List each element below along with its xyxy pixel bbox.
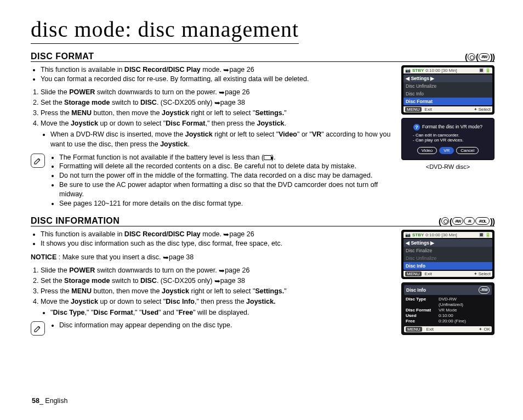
section-2-steps: Slide the POWER switch downwards to turn… xyxy=(31,265,395,318)
cam-screen-settings-info: 📷STBY0:10:00 [30 Min]🔳 🔋 ◀ Settings ▶ Di… xyxy=(401,230,494,279)
disc-rw-icon: -RW xyxy=(452,217,463,225)
section-1-icons: ((-RW)) xyxy=(465,52,494,61)
section-2-icons: ((-RW -R -R DL)) xyxy=(439,217,494,226)
section-2-title: DISC INFORMATION xyxy=(31,216,120,226)
disc-r-icon: -R xyxy=(464,217,475,225)
dialog-btn-cancel[interactable]: Cancel xyxy=(456,147,479,154)
cam-dialog-format-vr: ?Format the disc in VR mode? - Can edit … xyxy=(401,118,494,160)
disc-generic-icon xyxy=(468,53,475,61)
disc-generic-icon xyxy=(441,217,449,225)
battery-icon xyxy=(264,155,271,160)
pageref-arrow-icon: ➥ xyxy=(223,66,229,75)
section-1-header: DISC FORMAT ((-RW)) xyxy=(31,52,494,62)
cam-screen-disc-info: Disc Info-RW Disc TypeDVD-RW (Unfinalize… xyxy=(401,282,494,335)
dialog-btn-video[interactable]: Video xyxy=(417,147,437,154)
section-1-steps: Slide the POWER switch downwards to turn… xyxy=(31,87,395,150)
section-1-title: DISC FORMAT xyxy=(31,52,94,61)
section-1-notes: The Format function is not available if … xyxy=(31,153,395,208)
question-icon: ? xyxy=(413,124,420,130)
disc-rdl-icon: -R DL xyxy=(475,217,490,225)
notice-line: NOTICE : Make sure that you insert a dis… xyxy=(31,253,395,261)
dialog-btn-vr[interactable]: VR xyxy=(439,147,454,154)
disc-rw-icon: -RW xyxy=(479,53,490,61)
section-2-intro: This function is available in DISC Recor… xyxy=(31,230,395,248)
pencil-note-icon xyxy=(31,321,45,336)
page-title: disc mode: disc management xyxy=(31,16,299,44)
dialog-caption: <DVD-RW disc> xyxy=(426,163,470,170)
page-footer: 58_ English xyxy=(32,397,67,405)
section-1-intro: This function is available in DISC Recor… xyxy=(31,65,395,84)
section-2-header: DISC INFORMATION ((-RW -R -R DL)) xyxy=(31,216,494,226)
section-2-note: Disc information may appear depending on… xyxy=(31,321,395,336)
pencil-note-icon xyxy=(31,154,45,168)
cam-screen-settings-format: 📷STBY0:10:00 [30 Min]🔳 🔋 ◀ Settings ▶ Di… xyxy=(401,65,494,115)
camcorder-icon: 📷 xyxy=(405,68,411,73)
